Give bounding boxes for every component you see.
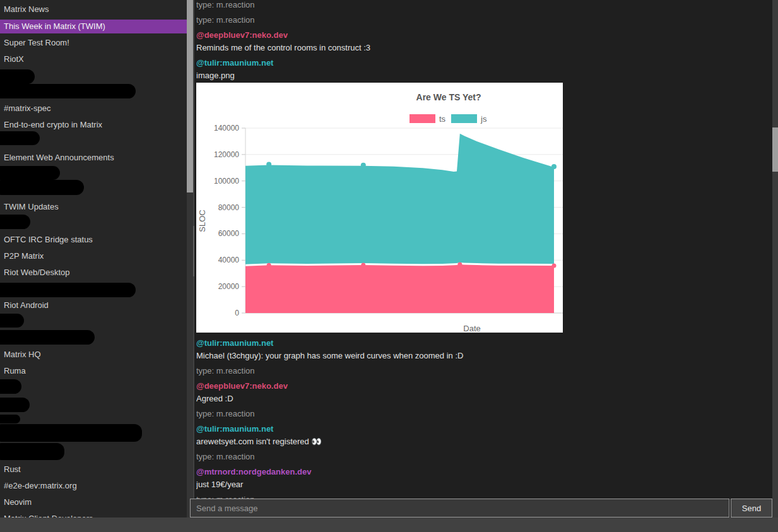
sidebar-room-item-redacted[interactable] — [0, 398, 30, 412]
room-list: Matrix NewsThis Week in Matrix (TWIM)Sup… — [0, 0, 187, 517]
sidebar-room-item[interactable]: Riot Web/Desktop — [0, 268, 187, 277]
svg-text:20000: 20000 — [218, 282, 240, 291]
event-type-line: type: m.reaction — [196, 410, 772, 418]
sidebar-room-item-selected[interactable]: This Week in Matrix (TWIM) — [0, 20, 187, 33]
sidebar-room-item[interactable]: Ruma — [0, 367, 187, 375]
svg-text:100000: 100000 — [214, 177, 239, 186]
sidebar-room-item[interactable]: End-to-end crypto in Matrix — [0, 121, 187, 129]
svg-text:ts: ts — [439, 114, 446, 124]
sidebar-room-item-redacted[interactable] — [0, 131, 40, 145]
sidebar-room-item-redacted[interactable] — [0, 84, 136, 98]
chart-image-attachment[interactable]: 020000400006000080000100000120000140000A… — [196, 83, 563, 333]
chat-scrollbar-track[interactable] — [772, 0, 778, 517]
message-text: Agreed :D — [196, 394, 772, 403]
window-bottom-strip — [0, 517, 778, 532]
sidebar-room-item[interactable]: P2P Matrix — [0, 252, 187, 261]
event-type-line: type: m.reaction — [196, 452, 772, 461]
message-composer: Send — [190, 499, 772, 517]
sidebar-room-item[interactable]: TWIM Updates — [0, 203, 187, 211]
sidebar-room-item-redacted[interactable] — [0, 180, 84, 195]
message-sender[interactable]: @deepbluev7:neko.dev — [196, 31, 772, 40]
sidebar-room-item[interactable]: #matrix-spec — [0, 104, 187, 113]
message-sender[interactable]: @mtrnord:nordgedanken.dev — [196, 468, 772, 476]
sidebar-room-item[interactable]: Element Web Announcements — [0, 153, 187, 162]
message-text: just 19€/year — [196, 480, 772, 489]
sidebar-room-item-redacted[interactable] — [0, 166, 60, 180]
message-text: arewetsyet.com isn't registered 👀 — [196, 437, 772, 446]
message-text: Michael (t3chguy): your graph has some w… — [196, 352, 772, 360]
svg-text:120000: 120000 — [214, 150, 239, 159]
sidebar-room-item-redacted[interactable] — [0, 330, 95, 345]
message-text: Reminds me of the control rooms in const… — [196, 44, 772, 52]
sidebar-room-item-redacted[interactable] — [0, 283, 136, 297]
sidebar-room-item-redacted[interactable] — [0, 415, 20, 423]
message-sender[interactable]: @tulir:maunium.net — [196, 425, 772, 434]
message-timeline: type: m.reactiontype: m.reaction@deepblu… — [194, 1, 772, 504]
sidebar-room-item-redacted[interactable] — [0, 314, 24, 328]
sidebar-room-item-redacted[interactable] — [0, 443, 64, 460]
sidebar-room-item[interactable]: Riot Android — [0, 301, 187, 310]
sidebar-room-item-redacted[interactable] — [0, 215, 30, 229]
sidebar-room-item-redacted[interactable] — [0, 424, 142, 442]
chat-scrollbar-thumb[interactable] — [772, 127, 778, 172]
sidebar-room-item[interactable]: Matrix HQ — [0, 350, 187, 359]
message-sender[interactable]: @tulir:maunium.net — [196, 59, 772, 68]
sidebar-room-item[interactable]: Matrix News — [0, 5, 187, 14]
event-type-line: type: m.reaction — [196, 1, 772, 9]
sidebar-room-item-redacted[interactable] — [0, 379, 21, 394]
svg-text:Are We TS Yet?: Are We TS Yet? — [416, 92, 481, 102]
svg-text:Date: Date — [463, 324, 480, 333]
message-input[interactable] — [190, 499, 729, 517]
app-window: Matrix NewsThis Week in Matrix (TWIM)Sup… — [0, 0, 778, 532]
message-sender[interactable]: @deepbluev7:neko.dev — [196, 382, 772, 391]
svg-text:js: js — [480, 114, 487, 124]
svg-text:140000: 140000 — [214, 124, 239, 133]
send-button[interactable]: Send — [731, 499, 772, 517]
message-sender[interactable]: @tulir:maunium.net — [196, 339, 772, 348]
sidebar-room-item[interactable]: Rust — [0, 465, 187, 474]
event-type-line: type: m.reaction — [196, 367, 772, 375]
sidebar-room-item[interactable]: Neovim — [0, 498, 187, 507]
svg-text:80000: 80000 — [218, 203, 240, 212]
svg-text:SLOC: SLOC — [197, 210, 207, 232]
sidebar-room-item-redacted[interactable] — [0, 69, 35, 84]
sidebar-scrollbar-thumb[interactable] — [187, 0, 193, 192]
sidebar-room-item[interactable]: RiotX — [0, 55, 187, 64]
svg-text:0: 0 — [235, 309, 239, 317]
sidebar-room-item[interactable]: Super Test Room! — [0, 38, 187, 47]
sidebar-scrollbar-track[interactable] — [187, 0, 193, 517]
chat-panel: type: m.reactiontype: m.reaction@deepblu… — [194, 0, 772, 517]
svg-text:60000: 60000 — [218, 229, 240, 238]
sidebar-room-item[interactable]: OFTC IRC Bridge status — [0, 235, 187, 244]
sidebar-room-item[interactable]: #e2e-dev:matrix.org — [0, 482, 187, 490]
event-type-line: type: m.reaction — [196, 16, 772, 25]
svg-text:40000: 40000 — [218, 256, 240, 264]
message-text: image.png — [196, 71, 772, 80]
